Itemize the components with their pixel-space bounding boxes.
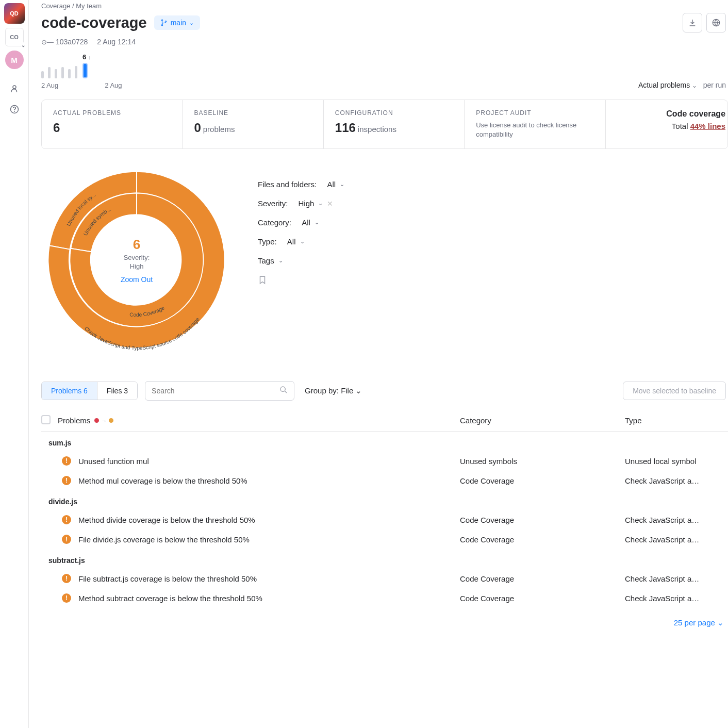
coverage-total: Total 44% lines xyxy=(608,122,725,130)
sunburst-chart[interactable]: Unused local sy... Check JavaScript and … xyxy=(41,164,232,355)
zoom-out-link[interactable]: Zoom Out xyxy=(121,275,153,284)
col-category-header: Category xyxy=(460,416,625,425)
problem-row[interactable]: ! Unused function mul Unused symbols Unu… xyxy=(41,451,728,471)
download-button[interactable] xyxy=(683,13,702,32)
warning-icon: ! xyxy=(62,593,71,603)
svg-point-4 xyxy=(161,25,162,26)
bookmark-icon[interactable] xyxy=(258,275,344,287)
baseline-card[interactable]: BASELINE 0problems xyxy=(183,100,323,148)
actual-problems-card[interactable]: ACTUAL PROBLEMS 6 xyxy=(42,100,183,148)
select-all-checkbox[interactable] xyxy=(41,415,51,424)
segmented-tabs: Problems 6 Files 3 xyxy=(41,382,138,400)
org-switcher[interactable]: CO⌄ xyxy=(5,28,24,46)
severity-sort[interactable]: → xyxy=(94,418,113,424)
problem-text: File subtract.js coverage is below the t… xyxy=(78,574,460,583)
configuration-card[interactable]: CONFIGURATION 116inspections xyxy=(324,100,465,148)
problem-type: Check JavaScript a… xyxy=(625,476,728,485)
problem-row[interactable]: ! File divide.js coverage is below the t… xyxy=(41,530,728,549)
filter-tags[interactable]: Tags⌄ xyxy=(258,256,344,265)
page-title: code-coverage xyxy=(41,14,147,31)
timeline-bars[interactable] xyxy=(41,66,77,78)
search-input[interactable] xyxy=(152,387,279,395)
download-icon xyxy=(688,19,697,27)
problem-category: Code Coverage xyxy=(460,594,625,603)
col-type-header: Type xyxy=(625,416,728,425)
per-page-selector[interactable]: 25 per page ⌄ xyxy=(674,618,724,627)
help-icon[interactable] xyxy=(5,100,24,119)
problem-row[interactable]: ! File subtract.js coverage is below the… xyxy=(41,569,728,588)
filter-type[interactable]: Type: All⌄ xyxy=(258,237,344,246)
tab-problems[interactable]: Problems 6 xyxy=(42,382,97,400)
breadcrumb-parent[interactable]: Coverage xyxy=(41,2,70,10)
chevron-down-icon: ⌄ xyxy=(189,20,194,26)
donut-label: Severity:High xyxy=(121,254,153,271)
filter-severity[interactable]: Severity: High⌄ ✕ xyxy=(258,199,344,208)
search-icon xyxy=(279,386,288,396)
problem-row[interactable]: ! Method divide coverage is below the th… xyxy=(41,510,728,530)
timeline-selected-value: 6 ↓ xyxy=(82,53,91,61)
card-value: 0problems xyxy=(194,121,311,135)
user-icon[interactable] xyxy=(5,79,24,98)
chevron-down-icon: ⌄ xyxy=(355,386,362,395)
problem-row[interactable]: ! Method subtract coverage is below the … xyxy=(41,588,728,608)
view-selector[interactable]: Actual problems xyxy=(638,81,697,89)
chevron-down-icon: ⌄ xyxy=(300,238,305,245)
commit-icon: ⊙— xyxy=(41,38,54,46)
per-run-label: per run xyxy=(703,81,726,89)
app-logo[interactable]: QD xyxy=(4,3,25,24)
web-button[interactable] xyxy=(706,13,726,32)
problem-text: Method mul coverage is below the thresho… xyxy=(78,476,460,485)
card-title: BASELINE xyxy=(194,109,311,117)
globe-icon xyxy=(712,19,720,27)
chevron-down-icon: ⌄ xyxy=(315,219,319,226)
coverage-title: Code coverage xyxy=(608,109,725,119)
branch-selector[interactable]: main ⌄ xyxy=(154,15,200,30)
chevron-down-icon: ⌄ xyxy=(278,257,283,264)
group-row[interactable]: sum.js xyxy=(41,432,728,451)
svg-point-11 xyxy=(280,387,285,391)
problem-category: Unused symbols xyxy=(460,457,625,466)
code-coverage-card[interactable]: Code coverage Total 44% lines xyxy=(606,100,727,148)
clear-icon[interactable]: ✕ xyxy=(327,200,333,208)
problem-category: Code Coverage xyxy=(460,516,625,524)
coverage-link[interactable]: 44% lines xyxy=(690,122,725,130)
card-desc: Use license audit to check license compa… xyxy=(476,121,593,139)
commit-meta: ⊙—103a0728 2 Aug 12:14 xyxy=(41,38,728,46)
move-to-baseline-button[interactable]: Move selected to baseline xyxy=(623,382,726,400)
card-title: CONFIGURATION xyxy=(335,109,453,117)
project-audit-card[interactable]: PROJECT AUDIT Use license audit to check… xyxy=(465,100,605,148)
card-value: 6 xyxy=(53,121,171,135)
problem-category: Code Coverage xyxy=(460,476,625,485)
avatar[interactable]: M xyxy=(5,51,24,69)
problem-text: File divide.js coverage is below the thr… xyxy=(78,535,460,544)
breadcrumb: Coverage / My team xyxy=(41,0,728,10)
problem-category: Code Coverage xyxy=(460,574,625,583)
col-problems-header: Problems xyxy=(58,416,90,425)
timeline-selected-bar[interactable] xyxy=(82,63,88,78)
svg-point-2 xyxy=(14,111,14,111)
tab-files[interactable]: Files 3 xyxy=(97,382,137,400)
chevron-down-icon: ⌄ xyxy=(21,42,25,48)
problem-type: Unused local symbol xyxy=(625,457,728,466)
warning-icon: ! xyxy=(62,535,71,544)
branch-icon xyxy=(160,19,168,26)
group-by-selector[interactable]: Group by: File ⌄ xyxy=(305,386,362,395)
warning-icon: ! xyxy=(62,515,71,524)
group-row[interactable]: subtract.js xyxy=(41,549,728,569)
svg-point-5 xyxy=(165,21,166,22)
problem-text: Method divide coverage is below the thre… xyxy=(78,516,460,524)
group-row[interactable]: divide.js xyxy=(41,490,728,510)
filter-files[interactable]: Files and folders: All⌄ xyxy=(258,180,344,189)
problem-row[interactable]: ! Method mul coverage is below the thres… xyxy=(41,471,728,490)
problem-text: Unused function mul xyxy=(78,457,460,466)
card-value: 116inspections xyxy=(335,121,453,135)
problem-category: Code Coverage xyxy=(460,535,625,544)
warning-icon: ! xyxy=(62,574,71,583)
card-title: PROJECT AUDIT xyxy=(476,109,593,117)
timeline-left-date: 2 Aug xyxy=(41,81,58,89)
svg-point-0 xyxy=(13,86,16,89)
chevron-down-icon: ⌄ xyxy=(318,200,323,207)
filter-category[interactable]: Category: All⌄ xyxy=(258,218,344,227)
card-title: ACTUAL PROBLEMS xyxy=(53,109,171,117)
warning-icon: ! xyxy=(62,476,71,485)
